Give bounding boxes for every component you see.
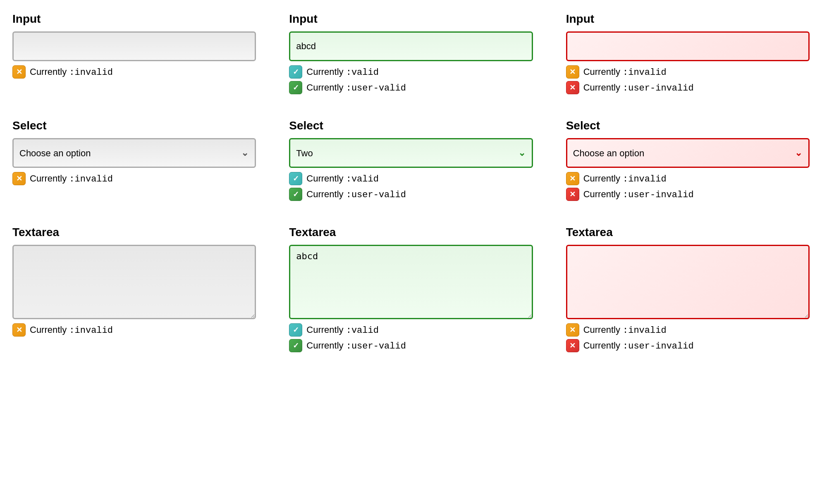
input-valid[interactable] [289,31,533,61]
status-text-invalid-1: Currently :invalid [30,67,113,78]
label-textarea-default: Textarea [12,226,256,239]
status-text-valid-1: Currently :valid [306,67,379,78]
badge-blue-textarea-valid: ✓ [289,323,302,337]
badge-orange-textarea-invalid: ✕ [566,323,579,337]
badge-orange-select-invalid: ✕ [566,172,579,185]
status-item-textarea-valid-1: ✓ Currently :valid [289,323,533,337]
badge-red-textarea-invalid: ✕ [566,339,579,352]
status-item-select-user-valid-1: ✓ Currently :user-valid [289,188,533,201]
label-select-valid: Select [289,119,533,132]
status-text-user-invalid-input-1: Currently :user-invalid [583,82,694,93]
status-text-select-invalid-col3-1: Currently :invalid [583,173,667,184]
status-list-textarea-valid: ✓ Currently :valid ✓ Currently :user-val… [289,323,533,352]
badge-green-1: ✓ [289,81,302,94]
status-item-select-invalid-1: ✕ Currently :invalid [12,172,256,185]
status-text-select-user-invalid-1: Currently :user-invalid [583,189,694,200]
textarea-default[interactable] [12,245,256,319]
status-text-invalid-input-1: Currently :invalid [583,67,667,78]
status-list-textarea-invalid: ✕ Currently :invalid ✕ Currently :user-i… [566,323,810,352]
cell-select-valid: Select Choose an option One Two Three ⌄ … [289,119,533,201]
status-list-input-default: ✕ Currently :invalid [12,65,256,79]
label-select-default: Select [12,119,256,132]
status-list-select-default: ✕ Currently :invalid [12,172,256,185]
select-wrapper-valid: Choose an option One Two Three ⌄ [289,138,533,168]
status-text-select-user-valid-1: Currently :user-valid [306,189,406,200]
label-textarea-valid: Textarea [289,226,533,239]
cell-textarea-default: Textarea ✕ Currently :invalid [12,226,256,352]
status-item-select-invalid-col3-1: ✕ Currently :invalid [566,172,810,185]
badge-green-textarea-valid: ✓ [289,339,302,352]
status-item-invalid-1: ✕ Currently :invalid [12,65,256,79]
status-text-textarea-invalid-1: Currently :invalid [30,325,113,336]
select-valid[interactable]: Choose an option One Two Three [289,138,533,168]
label-select-invalid: Select [566,119,810,132]
status-text-textarea-invalid-col3-1: Currently :invalid [583,325,667,336]
status-item-valid-1: ✓ Currently :valid [289,65,533,79]
cell-input-invalid: Input ✕ Currently :invalid ✕ Currently :… [566,12,810,94]
badge-orange-textarea-default: ✕ [12,323,26,337]
label-input-invalid: Input [566,12,810,26]
status-item-textarea-invalid-col3-1: ✕ Currently :invalid [566,323,810,337]
status-text-select-valid-1: Currently :valid [306,173,379,184]
status-text-textarea-valid-1: Currently :valid [306,325,379,336]
status-item-invalid-input-1: ✕ Currently :invalid [566,65,810,79]
status-text-select-invalid-1: Currently :invalid [30,173,113,184]
status-list-input-valid: ✓ Currently :valid ✓ Currently :user-val… [289,65,533,94]
status-list-textarea-default: ✕ Currently :invalid [12,323,256,337]
cell-input-valid: Input ✓ Currently :valid ✓ Currently :us… [289,12,533,94]
badge-blue-select-valid: ✓ [289,172,302,185]
status-item-user-valid-1: ✓ Currently :user-valid [289,81,533,94]
badge-orange-1: ✕ [12,65,26,79]
badge-blue-1: ✓ [289,65,302,79]
input-default[interactable] [12,31,256,61]
status-text-user-valid-1: Currently :user-valid [306,82,406,93]
cell-textarea-invalid: Textarea ✕ Currently :invalid ✕ Currentl… [566,226,810,352]
textarea-valid[interactable]: abcd [289,245,533,319]
badge-orange-input-invalid: ✕ [566,65,579,79]
input-invalid[interactable] [566,31,810,61]
select-wrapper-default: Choose an option One Two Three ⌄ [12,138,256,168]
status-item-select-user-invalid-1: ✕ Currently :user-invalid [566,188,810,201]
select-wrapper-invalid: Choose an option One Two Three ⌄ [566,138,810,168]
status-list-select-valid: ✓ Currently :valid ✓ Currently :user-val… [289,172,533,201]
label-textarea-invalid: Textarea [566,226,810,239]
cell-textarea-valid: Textarea abcd ✓ Currently :valid ✓ Curre… [289,226,533,352]
status-item-textarea-user-invalid-1: ✕ Currently :user-invalid [566,339,810,352]
status-item-textarea-user-valid-1: ✓ Currently :user-valid [289,339,533,352]
select-default[interactable]: Choose an option One Two Three [12,138,256,168]
label-input-default: Input [12,12,256,26]
cell-select-invalid: Select Choose an option One Two Three ⌄ … [566,119,810,201]
cell-select-default: Select Choose an option One Two Three ⌄ … [12,119,256,201]
main-grid: Input ✕ Currently :invalid Input ✓ Curre… [12,12,810,352]
status-item-select-valid-1: ✓ Currently :valid [289,172,533,185]
textarea-invalid[interactable] [566,245,810,319]
badge-orange-select-default: ✕ [12,172,26,185]
cell-input-default: Input ✕ Currently :invalid [12,12,256,94]
select-invalid[interactable]: Choose an option One Two Three [566,138,810,168]
badge-green-select-valid: ✓ [289,188,302,201]
status-item-textarea-invalid-1: ✕ Currently :invalid [12,323,256,337]
status-text-textarea-user-invalid-1: Currently :user-invalid [583,340,694,351]
status-list-input-invalid: ✕ Currently :invalid ✕ Currently :user-i… [566,65,810,94]
badge-red-select-invalid: ✕ [566,188,579,201]
label-input-valid: Input [289,12,533,26]
status-item-user-invalid-input-1: ✕ Currently :user-invalid [566,81,810,94]
badge-red-input-invalid: ✕ [566,81,579,94]
status-text-textarea-user-valid-1: Currently :user-valid [306,340,406,351]
status-list-select-invalid: ✕ Currently :invalid ✕ Currently :user-i… [566,172,810,201]
